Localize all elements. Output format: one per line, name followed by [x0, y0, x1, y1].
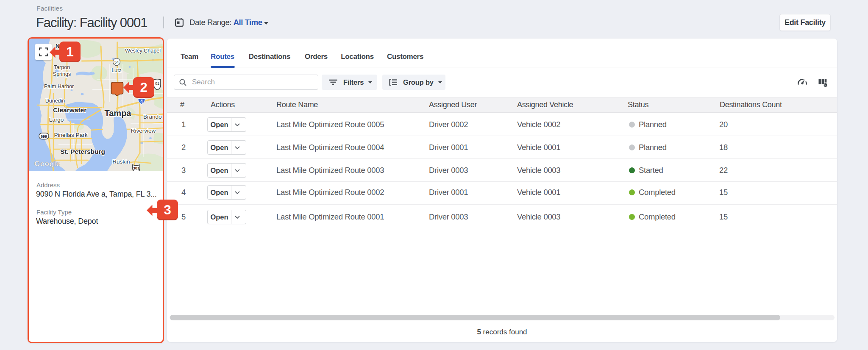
svg-text:Palm Harbor: Palm Harbor	[44, 83, 74, 89]
svg-text:4: 4	[140, 99, 143, 104]
svg-text:Wesley Chapel: Wesley Chapel	[125, 48, 161, 54]
svg-text:01: 01	[155, 81, 159, 86]
svg-text:Pinellas Park: Pinellas Park	[54, 132, 88, 138]
svg-text:St. Petersburg: St. Petersburg	[60, 148, 105, 155]
svg-text:Clearwater: Clearwater	[53, 106, 86, 114]
svg-text:54: 54	[114, 60, 119, 64]
svg-text:Google: Google	[34, 160, 61, 168]
svg-text:Riverview: Riverview	[131, 128, 156, 134]
svg-text:301: 301	[133, 166, 140, 170]
svg-text:Tampa: Tampa	[105, 108, 132, 118]
svg-text:Brando: Brando	[143, 114, 162, 120]
svg-text:Tarpon: Tarpon	[54, 64, 70, 70]
svg-text:Springs: Springs	[53, 71, 71, 77]
svg-text:Ruskin: Ruskin	[112, 158, 130, 165]
svg-text:699: 699	[41, 134, 47, 139]
svg-text:Dunedin: Dunedin	[45, 98, 65, 104]
svg-text:Lutz: Lutz	[111, 67, 122, 73]
svg-text:Largo: Largo	[49, 117, 64, 123]
